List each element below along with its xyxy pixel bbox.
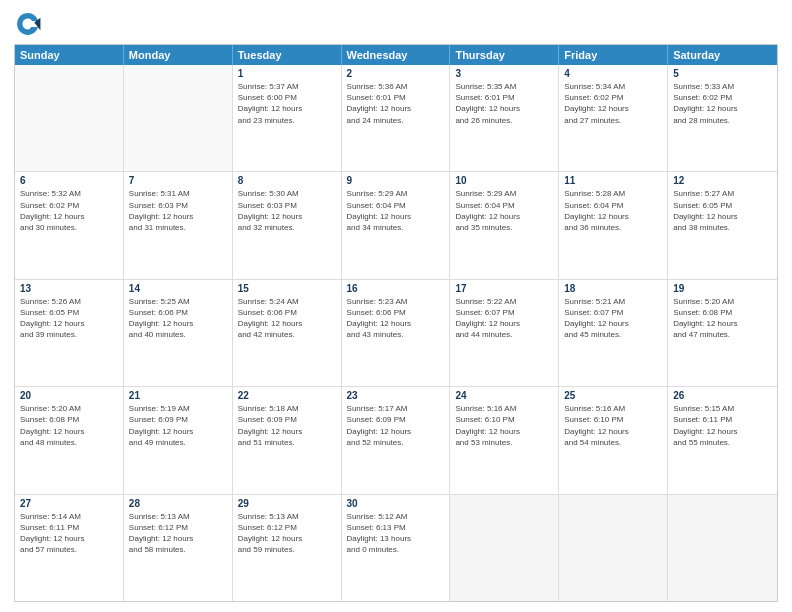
day-info: Sunrise: 5:23 AMSunset: 6:06 PMDaylight:… (347, 296, 445, 341)
day-cell-1: 1Sunrise: 5:37 AMSunset: 6:00 PMDaylight… (233, 65, 342, 171)
empty-cell (559, 495, 668, 601)
calendar-header: SundayMondayTuesdayWednesdayThursdayFrid… (15, 45, 777, 65)
day-number: 26 (673, 390, 772, 401)
day-cell-24: 24Sunrise: 5:16 AMSunset: 6:10 PMDayligh… (450, 387, 559, 493)
day-info: Sunrise: 5:25 AMSunset: 6:06 PMDaylight:… (129, 296, 227, 341)
day-number: 1 (238, 68, 336, 79)
day-info: Sunrise: 5:13 AMSunset: 6:12 PMDaylight:… (238, 511, 336, 556)
day-cell-28: 28Sunrise: 5:13 AMSunset: 6:12 PMDayligh… (124, 495, 233, 601)
day-info: Sunrise: 5:32 AMSunset: 6:02 PMDaylight:… (20, 188, 118, 233)
day-info: Sunrise: 5:20 AMSunset: 6:08 PMDaylight:… (673, 296, 772, 341)
day-cell-17: 17Sunrise: 5:22 AMSunset: 6:07 PMDayligh… (450, 280, 559, 386)
day-info: Sunrise: 5:29 AMSunset: 6:04 PMDaylight:… (455, 188, 553, 233)
day-cell-9: 9Sunrise: 5:29 AMSunset: 6:04 PMDaylight… (342, 172, 451, 278)
day-cell-15: 15Sunrise: 5:24 AMSunset: 6:06 PMDayligh… (233, 280, 342, 386)
day-info: Sunrise: 5:15 AMSunset: 6:11 PMDaylight:… (673, 403, 772, 448)
day-cell-26: 26Sunrise: 5:15 AMSunset: 6:11 PMDayligh… (668, 387, 777, 493)
day-cell-10: 10Sunrise: 5:29 AMSunset: 6:04 PMDayligh… (450, 172, 559, 278)
day-cell-27: 27Sunrise: 5:14 AMSunset: 6:11 PMDayligh… (15, 495, 124, 601)
day-cell-18: 18Sunrise: 5:21 AMSunset: 6:07 PMDayligh… (559, 280, 668, 386)
day-number: 22 (238, 390, 336, 401)
day-info: Sunrise: 5:20 AMSunset: 6:08 PMDaylight:… (20, 403, 118, 448)
logo-icon (14, 10, 42, 38)
day-number: 3 (455, 68, 553, 79)
day-number: 28 (129, 498, 227, 509)
day-number: 24 (455, 390, 553, 401)
day-number: 11 (564, 175, 662, 186)
day-cell-13: 13Sunrise: 5:26 AMSunset: 6:05 PMDayligh… (15, 280, 124, 386)
day-number: 2 (347, 68, 445, 79)
week-row-1: 1Sunrise: 5:37 AMSunset: 6:00 PMDaylight… (15, 65, 777, 172)
page: SundayMondayTuesdayWednesdayThursdayFrid… (0, 0, 792, 612)
day-number: 7 (129, 175, 227, 186)
day-info: Sunrise: 5:33 AMSunset: 6:02 PMDaylight:… (673, 81, 772, 126)
week-row-2: 6Sunrise: 5:32 AMSunset: 6:02 PMDaylight… (15, 172, 777, 279)
day-cell-8: 8Sunrise: 5:30 AMSunset: 6:03 PMDaylight… (233, 172, 342, 278)
day-number: 15 (238, 283, 336, 294)
day-info: Sunrise: 5:17 AMSunset: 6:09 PMDaylight:… (347, 403, 445, 448)
day-number: 30 (347, 498, 445, 509)
day-cell-11: 11Sunrise: 5:28 AMSunset: 6:04 PMDayligh… (559, 172, 668, 278)
day-info: Sunrise: 5:12 AMSunset: 6:13 PMDaylight:… (347, 511, 445, 556)
day-number: 16 (347, 283, 445, 294)
day-cell-12: 12Sunrise: 5:27 AMSunset: 6:05 PMDayligh… (668, 172, 777, 278)
day-info: Sunrise: 5:21 AMSunset: 6:07 PMDaylight:… (564, 296, 662, 341)
day-number: 4 (564, 68, 662, 79)
week-row-4: 20Sunrise: 5:20 AMSunset: 6:08 PMDayligh… (15, 387, 777, 494)
day-info: Sunrise: 5:18 AMSunset: 6:09 PMDaylight:… (238, 403, 336, 448)
empty-cell (668, 495, 777, 601)
day-info: Sunrise: 5:34 AMSunset: 6:02 PMDaylight:… (564, 81, 662, 126)
day-info: Sunrise: 5:16 AMSunset: 6:10 PMDaylight:… (455, 403, 553, 448)
day-number: 6 (20, 175, 118, 186)
day-info: Sunrise: 5:16 AMSunset: 6:10 PMDaylight:… (564, 403, 662, 448)
day-cell-20: 20Sunrise: 5:20 AMSunset: 6:08 PMDayligh… (15, 387, 124, 493)
day-cell-14: 14Sunrise: 5:25 AMSunset: 6:06 PMDayligh… (124, 280, 233, 386)
day-cell-23: 23Sunrise: 5:17 AMSunset: 6:09 PMDayligh… (342, 387, 451, 493)
day-number: 10 (455, 175, 553, 186)
day-info: Sunrise: 5:24 AMSunset: 6:06 PMDaylight:… (238, 296, 336, 341)
day-info: Sunrise: 5:36 AMSunset: 6:01 PMDaylight:… (347, 81, 445, 126)
day-cell-19: 19Sunrise: 5:20 AMSunset: 6:08 PMDayligh… (668, 280, 777, 386)
day-number: 29 (238, 498, 336, 509)
weekday-header-thursday: Thursday (450, 45, 559, 65)
empty-cell (124, 65, 233, 171)
day-info: Sunrise: 5:19 AMSunset: 6:09 PMDaylight:… (129, 403, 227, 448)
day-number: 23 (347, 390, 445, 401)
day-info: Sunrise: 5:14 AMSunset: 6:11 PMDaylight:… (20, 511, 118, 556)
day-cell-21: 21Sunrise: 5:19 AMSunset: 6:09 PMDayligh… (124, 387, 233, 493)
day-number: 17 (455, 283, 553, 294)
day-info: Sunrise: 5:27 AMSunset: 6:05 PMDaylight:… (673, 188, 772, 233)
day-cell-7: 7Sunrise: 5:31 AMSunset: 6:03 PMDaylight… (124, 172, 233, 278)
week-row-3: 13Sunrise: 5:26 AMSunset: 6:05 PMDayligh… (15, 280, 777, 387)
weekday-header-saturday: Saturday (668, 45, 777, 65)
empty-cell (450, 495, 559, 601)
day-info: Sunrise: 5:29 AMSunset: 6:04 PMDaylight:… (347, 188, 445, 233)
header (14, 10, 778, 38)
day-info: Sunrise: 5:31 AMSunset: 6:03 PMDaylight:… (129, 188, 227, 233)
weekday-header-friday: Friday (559, 45, 668, 65)
weekday-header-wednesday: Wednesday (342, 45, 451, 65)
day-number: 20 (20, 390, 118, 401)
day-number: 8 (238, 175, 336, 186)
day-cell-3: 3Sunrise: 5:35 AMSunset: 6:01 PMDaylight… (450, 65, 559, 171)
day-number: 9 (347, 175, 445, 186)
day-info: Sunrise: 5:28 AMSunset: 6:04 PMDaylight:… (564, 188, 662, 233)
day-number: 14 (129, 283, 227, 294)
day-cell-16: 16Sunrise: 5:23 AMSunset: 6:06 PMDayligh… (342, 280, 451, 386)
day-cell-22: 22Sunrise: 5:18 AMSunset: 6:09 PMDayligh… (233, 387, 342, 493)
day-number: 21 (129, 390, 227, 401)
day-info: Sunrise: 5:37 AMSunset: 6:00 PMDaylight:… (238, 81, 336, 126)
day-number: 19 (673, 283, 772, 294)
day-cell-6: 6Sunrise: 5:32 AMSunset: 6:02 PMDaylight… (15, 172, 124, 278)
weekday-header-monday: Monday (124, 45, 233, 65)
day-cell-4: 4Sunrise: 5:34 AMSunset: 6:02 PMDaylight… (559, 65, 668, 171)
day-number: 18 (564, 283, 662, 294)
calendar-body: 1Sunrise: 5:37 AMSunset: 6:00 PMDaylight… (15, 65, 777, 601)
calendar: SundayMondayTuesdayWednesdayThursdayFrid… (14, 44, 778, 602)
day-info: Sunrise: 5:26 AMSunset: 6:05 PMDaylight:… (20, 296, 118, 341)
day-info: Sunrise: 5:35 AMSunset: 6:01 PMDaylight:… (455, 81, 553, 126)
day-cell-2: 2Sunrise: 5:36 AMSunset: 6:01 PMDaylight… (342, 65, 451, 171)
day-info: Sunrise: 5:30 AMSunset: 6:03 PMDaylight:… (238, 188, 336, 233)
day-number: 5 (673, 68, 772, 79)
day-cell-5: 5Sunrise: 5:33 AMSunset: 6:02 PMDaylight… (668, 65, 777, 171)
